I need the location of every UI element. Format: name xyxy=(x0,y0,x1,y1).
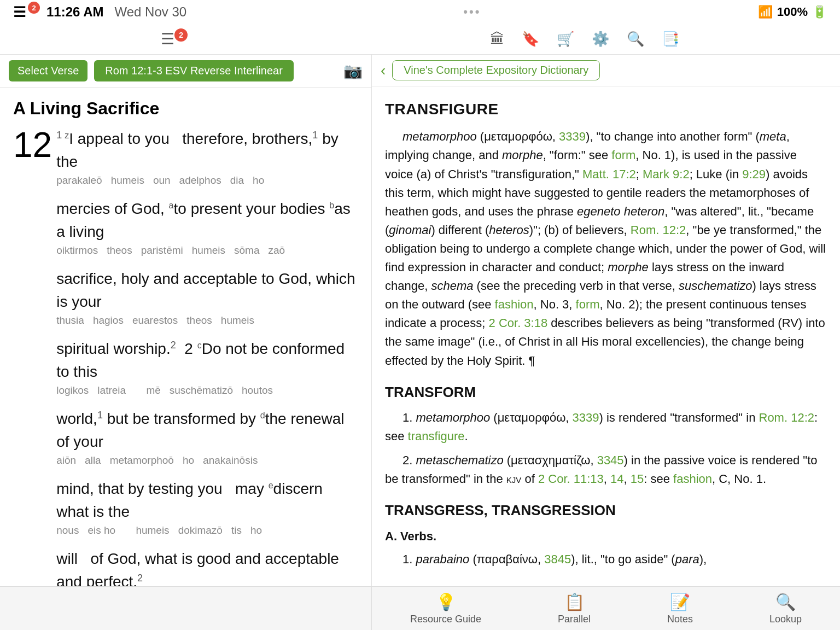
bible-text: A Living Sacrifice 12 1 zI appeal to you… xyxy=(0,88,371,586)
rom-12-2b-link[interactable]: Rom. 12:2 xyxy=(759,411,815,424)
section-heading-living-sacrifice: A Living Sacrifice xyxy=(13,98,358,119)
greek-line-5: aiōn alla metamorphoō ho anakainōsis xyxy=(56,454,358,466)
status-right: 📶 100% 🔋 xyxy=(758,5,827,19)
tab-parallel[interactable]: 📋 Parallel xyxy=(558,592,591,625)
verse-line-5: world,1 but be transformed by dthe renew… xyxy=(56,407,358,466)
status-bar: ☰ 2 11:26 AM Wed Nov 30 ••• 📶 100% 🔋 xyxy=(0,0,840,24)
footnote-e[interactable]: e xyxy=(269,481,273,490)
transform-item-2: 2. metaschematizo (μετασχηματίζω, 3345) … xyxy=(385,451,827,488)
gear-icon[interactable]: ⚙️ xyxy=(592,31,609,48)
status-time: 11:26 AM xyxy=(46,4,103,20)
verse-line-7: will of God, what is good and acceptable… xyxy=(56,547,358,586)
toolbar: ☰ 2 🏛 🔖 🛒 ⚙️ 🔍 📑 xyxy=(0,24,840,55)
footnote-b[interactable]: b xyxy=(329,201,334,210)
strongs-3345-link[interactable]: 3345 xyxy=(597,453,624,467)
notification-count-toolbar: 2 xyxy=(174,28,188,42)
greek-line-4: logikos latreia mē suschēmatizō houtos xyxy=(56,384,358,396)
notes-label: Notes xyxy=(667,614,693,625)
verse-text-7: will of God, what is good and acceptable… xyxy=(56,550,339,586)
right-panel: ‹ Vine's Complete Expository Dictionary … xyxy=(372,55,840,586)
main-layout: Select Verse Rom 12:1-3 ESV Reverse Inte… xyxy=(0,55,840,586)
verse-text-5: world,1 but be transformed by dthe renew… xyxy=(56,410,344,450)
camera-icon[interactable]: 📷 xyxy=(343,62,363,80)
hamburger-icon[interactable]: ☰ xyxy=(13,4,26,21)
2cor-3-18-link[interactable]: 2 Cor. 3:18 xyxy=(489,316,548,330)
verse-line-3: sacrifice, holy and acceptable to God, w… xyxy=(56,267,358,326)
notification-badge: 2 xyxy=(28,2,40,14)
parallel-label: Parallel xyxy=(558,614,591,625)
transfigure-link[interactable]: transfigure xyxy=(408,429,465,443)
toolbar-icons: 🏛 🔖 🛒 ⚙️ 🔍 📑 xyxy=(490,31,679,48)
lookup-label: Lookup xyxy=(769,614,802,625)
form-link[interactable]: form xyxy=(611,148,635,162)
back-button[interactable]: ‹ xyxy=(381,62,386,79)
strongs-3339b-link[interactable]: 3339 xyxy=(573,411,599,424)
tab-resource-guide[interactable]: 💡 Resource Guide xyxy=(410,592,481,625)
search-icon[interactable]: 🔍 xyxy=(627,31,644,48)
greek-line-3: thusia hagios euarestos theos humeis xyxy=(56,314,358,326)
toolbar-left: ☰ 2 xyxy=(161,30,190,48)
matt-17-2-link[interactable]: Matt. 17:2 xyxy=(582,167,636,181)
left-panel: Select Verse Rom 12:1-3 ESV Reverse Inte… xyxy=(0,55,372,586)
verse-text-1: 1 zI appeal to you therefore, brothers,1… xyxy=(56,130,339,170)
luke-9-29-link[interactable]: 9:29 xyxy=(742,167,766,181)
cart-icon[interactable]: 🛒 xyxy=(557,31,574,48)
footnote-z[interactable]: z xyxy=(65,131,69,140)
transgress-sub-a: A. Verbs. xyxy=(385,527,827,546)
verse-line-4: spiritual worship.2 2 cDo not be conform… xyxy=(56,337,358,396)
parallel-icon: 📋 xyxy=(564,592,585,611)
verse-block-12: 12 1 zI appeal to you therefore, brother… xyxy=(13,127,358,586)
battery-icon: 🔋 xyxy=(812,5,827,19)
verse-bar: Select Verse Rom 12:1-3 ESV Reverse Inte… xyxy=(0,55,371,88)
bookmark-outline-icon[interactable]: 🔖 xyxy=(522,31,539,48)
transgress-item-1: 1. parabaino (παραβαίνω, 3845), lit., "t… xyxy=(385,550,827,569)
bottom-bar-left xyxy=(0,587,372,630)
status-day: Wed Nov 30 xyxy=(114,4,186,20)
chapter-number: 12 xyxy=(13,127,52,162)
resource-guide-label: Resource Guide xyxy=(410,614,481,625)
notes-icon: 📝 xyxy=(670,592,690,611)
strongs-3845-link[interactable]: 3845 xyxy=(544,552,571,566)
2cor-11-13-link[interactable]: 2 Cor. 11:13 xyxy=(538,472,604,486)
wifi-icon: 📶 xyxy=(758,5,773,19)
bottom-bar-right: 💡 Resource Guide 📋 Parallel 📝 Notes 🔍 Lo… xyxy=(372,587,840,630)
fashion-c-link[interactable]: fashion xyxy=(673,472,712,486)
tab-notes[interactable]: 📝 Notes xyxy=(667,592,693,625)
battery-percent: 100% xyxy=(777,5,808,19)
hamburger-menu-icon[interactable]: ☰ xyxy=(161,30,174,48)
verse-num-1: 1 xyxy=(56,130,65,141)
resource-guide-icon: 💡 xyxy=(436,592,456,611)
entry-title-transgress: TRANSGRESS, TRANSGRESSION xyxy=(385,499,827,521)
bookmark-icon[interactable]: 📑 xyxy=(662,31,679,48)
select-verse-button[interactable]: Select Verse xyxy=(9,60,88,81)
right-nav: ‹ Vine's Complete Expository Dictionary xyxy=(372,55,840,86)
dictionary-title-button[interactable]: Vine's Complete Expository Dictionary xyxy=(392,60,600,80)
greek-line-1: parakaleō humeis oun adelphos dia ho xyxy=(56,174,358,186)
verse-line-1: 1 zI appeal to you therefore, brothers,1… xyxy=(56,127,358,186)
bottom-bar: 💡 Resource Guide 📋 Parallel 📝 Notes 🔍 Lo… xyxy=(0,586,840,630)
footnote-c[interactable]: c xyxy=(197,341,202,350)
entry-title-transfigure: TRANSFIGURE xyxy=(385,97,827,121)
greek-line-6: nous eis ho humeis dokimazō tis ho xyxy=(56,524,358,536)
2cor-11-15-link[interactable]: 15 xyxy=(631,472,644,486)
lookup-icon: 🔍 xyxy=(775,592,796,611)
reference-button[interactable]: Rom 12:1-3 ESV Reverse Interlinear xyxy=(94,60,294,81)
verse-text-3: sacrifice, holy and acceptable to God, w… xyxy=(56,270,355,310)
verse-line-2: mercies of God, ato present your bodies … xyxy=(56,197,358,256)
status-left: ☰ 2 11:26 AM Wed Nov 30 xyxy=(13,4,186,21)
fashion-link[interactable]: fashion xyxy=(495,298,534,311)
entry-content-transfigure: metamorphoo (μεταμορφόω, 3339), "to chan… xyxy=(385,127,827,370)
footnote-d[interactable]: d xyxy=(260,411,265,420)
verse-text-4: spiritual worship.2 2 cDo not be conform… xyxy=(56,340,345,380)
rom-12-2-link[interactable]: Rom. 12:2 xyxy=(631,223,686,237)
2cor-11-14-link[interactable]: 14 xyxy=(610,472,623,486)
mark-9-2-link[interactable]: Mark 9:2 xyxy=(643,167,690,181)
tab-lookup[interactable]: 🔍 Lookup xyxy=(769,592,802,625)
footnote-a[interactable]: a xyxy=(169,201,174,210)
strongs-3339-link[interactable]: 3339 xyxy=(559,130,586,143)
greek-line-2: oiktirmos theos paristēmi humeis sōma za… xyxy=(56,244,358,256)
form-no2-link[interactable]: form xyxy=(576,298,600,311)
library-icon[interactable]: 🏛 xyxy=(490,31,504,48)
verse-text-6: mind, that by testing you may ediscern w… xyxy=(56,480,323,520)
verse-text-2: mercies of God, ato present your bodies … xyxy=(56,200,351,240)
